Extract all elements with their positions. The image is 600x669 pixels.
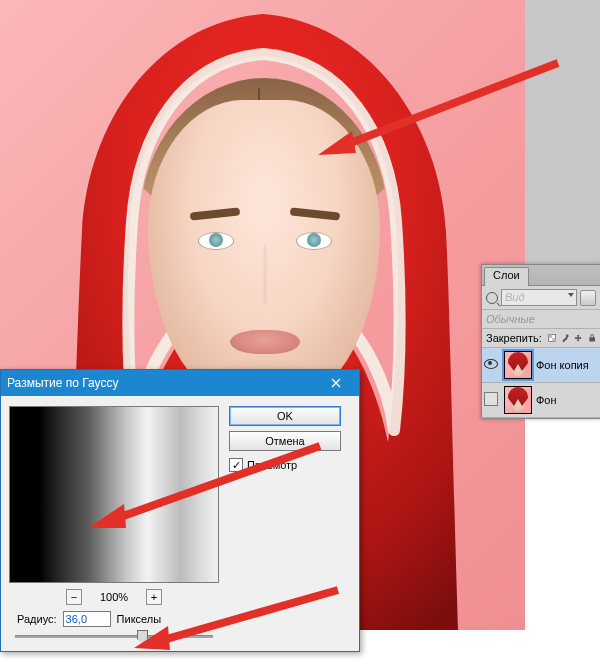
visibility-empty-icon bbox=[484, 392, 498, 406]
annotation-arrow-2 bbox=[70, 430, 330, 540]
lock-icon[interactable] bbox=[588, 332, 596, 344]
move-lock-icon[interactable] bbox=[574, 332, 582, 344]
layer-thumbnail[interactable] bbox=[504, 386, 532, 414]
svg-line-7 bbox=[112, 446, 320, 520]
zoom-out-button[interactable]: − bbox=[66, 589, 82, 605]
svg-line-9 bbox=[156, 590, 338, 642]
layer-filter-dropdown-label: Вид bbox=[505, 291, 525, 303]
lock-transparent-icon[interactable] bbox=[548, 332, 556, 344]
tab-layers[interactable]: Слои bbox=[484, 267, 529, 286]
layer-visibility-toggle[interactable] bbox=[482, 392, 500, 408]
layer-name-label: Фон bbox=[536, 394, 557, 406]
panel-tabbar: Слои bbox=[482, 265, 600, 286]
layer-filter-row: Вид bbox=[482, 286, 600, 310]
svg-rect-2 bbox=[552, 338, 555, 341]
ok-button[interactable]: OK bbox=[229, 406, 341, 426]
lock-label: Закрепить: bbox=[486, 332, 542, 344]
svg-line-5 bbox=[340, 63, 558, 147]
close-button[interactable] bbox=[319, 373, 353, 393]
radius-input[interactable] bbox=[63, 611, 111, 627]
subject-nose bbox=[252, 245, 278, 305]
layer-item-fon-kopiya[interactable]: Фон копия bbox=[482, 348, 600, 383]
layer-item-fon[interactable]: Фон bbox=[482, 383, 600, 418]
layer-filter-dropdown[interactable]: Вид bbox=[501, 289, 577, 306]
close-icon bbox=[330, 377, 342, 389]
layer-visibility-toggle[interactable] bbox=[482, 359, 500, 371]
lock-row: Закрепить: bbox=[482, 329, 600, 348]
blend-mode-dropdown[interactable]: Обычные bbox=[482, 310, 600, 329]
subject-eye-right bbox=[296, 232, 332, 250]
radius-label: Радиус: bbox=[17, 613, 57, 625]
search-icon bbox=[486, 292, 498, 304]
svg-marker-8 bbox=[88, 504, 126, 528]
layers-panel: Слои Вид Обычные Закрепить: Фон копия bbox=[481, 264, 600, 419]
svg-marker-10 bbox=[134, 626, 170, 650]
subject-eye-left bbox=[198, 232, 234, 250]
filter-toggle-button[interactable] bbox=[580, 290, 596, 306]
annotation-arrow-1 bbox=[300, 55, 570, 165]
svg-point-3 bbox=[566, 335, 569, 338]
subject-lips bbox=[230, 330, 300, 354]
svg-rect-1 bbox=[548, 335, 551, 338]
annotation-arrow-3 bbox=[120, 580, 350, 660]
brush-icon[interactable] bbox=[561, 332, 569, 344]
dialog-title: Размытие по Гауссу bbox=[7, 376, 319, 390]
eye-icon bbox=[484, 359, 498, 369]
dialog-titlebar[interactable]: Размытие по Гауссу bbox=[1, 370, 359, 396]
layer-thumbnail[interactable] bbox=[504, 351, 532, 379]
svg-marker-6 bbox=[318, 131, 356, 155]
chevron-down-icon bbox=[568, 293, 574, 297]
layer-name-label: Фон копия bbox=[536, 359, 589, 371]
svg-rect-4 bbox=[589, 337, 595, 341]
